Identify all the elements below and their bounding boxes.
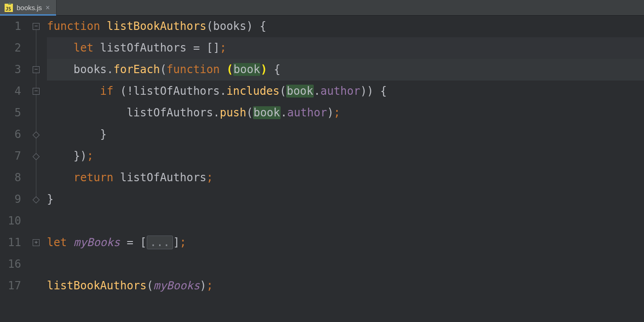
code-line[interactable]: function listBookAuthors(books) { [47, 16, 644, 37]
line-number: 11 [0, 232, 21, 253]
line-number: 5 [0, 102, 21, 124]
line-number-gutter: 1 2 3 4 5 6 7 8 9 10 11 16 17 [0, 16, 29, 322]
fold-end-icon[interactable] [33, 153, 40, 161]
javascript-file-icon: JS [5, 4, 13, 12]
tab-bar: JS books.js × [0, 0, 644, 16]
tab-filename: books.js [17, 4, 42, 12]
line-number: 1 [0, 16, 21, 37]
line-number: 17 [0, 275, 21, 297]
code-line[interactable]: } [47, 189, 644, 210]
code-area[interactable]: function listBookAuthors(books) { let li… [44, 16, 644, 322]
code-line[interactable]: if (!listOfAuthors.includes(book.author)… [47, 80, 644, 102]
code-line[interactable]: let myBooks = [...]; [47, 232, 644, 253]
fold-toggle[interactable]: − [33, 23, 40, 30]
code-line[interactable]: return listOfAuthors; [47, 167, 644, 189]
code-line[interactable]: let listOfAuthors = []; [47, 37, 644, 59]
code-editor[interactable]: 1 2 3 4 5 6 7 8 9 10 11 16 17 − − − + fu… [0, 16, 644, 322]
file-tab-books-js[interactable]: JS books.js × [0, 0, 57, 15]
line-number: 4 [0, 80, 21, 102]
line-number: 7 [0, 145, 21, 167]
line-number: 16 [0, 253, 21, 275]
line-number: 8 [0, 167, 21, 189]
fold-toggle[interactable]: − [33, 88, 40, 95]
code-line[interactable]: } [47, 124, 644, 145]
code-line[interactable] [47, 253, 644, 275]
fold-guide-line [36, 26, 36, 201]
code-line[interactable]: }); [47, 145, 644, 167]
fold-toggle-collapsed[interactable]: + [33, 239, 40, 246]
code-line[interactable]: listBookAuthors(myBooks); [47, 275, 644, 297]
line-number: 9 [0, 189, 21, 210]
selected-text: book [233, 63, 261, 76]
fold-toggle[interactable]: − [33, 66, 40, 73]
code-line[interactable] [47, 210, 644, 232]
code-line[interactable]: books.forEach(function (book) { [47, 59, 644, 80]
line-number: 10 [0, 210, 21, 232]
fold-end-icon[interactable] [33, 132, 40, 139]
code-line[interactable]: listOfAuthors.push(book.author); [47, 102, 644, 124]
close-icon[interactable]: × [46, 4, 50, 12]
line-number: 2 [0, 37, 21, 59]
line-number: 3 [0, 59, 21, 80]
folded-code-placeholder[interactable]: ... [147, 236, 173, 249]
line-number: 6 [0, 124, 21, 145]
fold-end-icon[interactable] [33, 196, 40, 204]
fold-gutter: − − − + [29, 16, 44, 322]
